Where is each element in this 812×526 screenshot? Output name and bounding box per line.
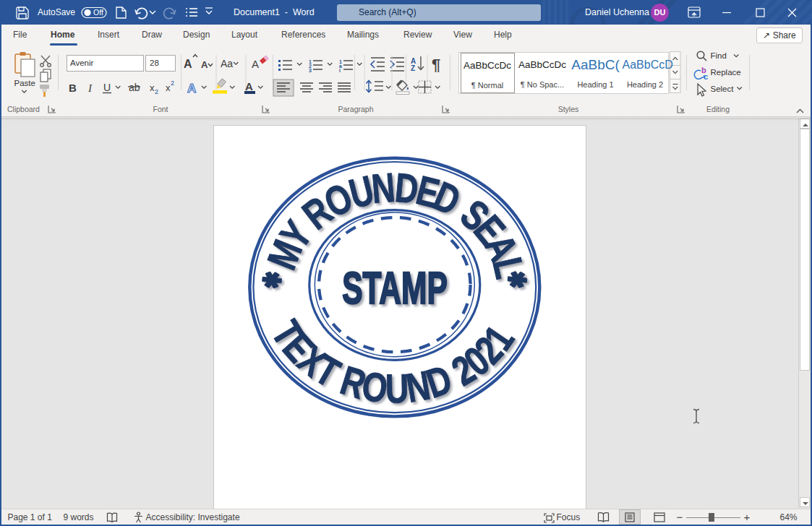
svg-text:U: U xyxy=(103,82,111,93)
svg-text:A: A xyxy=(245,80,253,92)
svg-text:Aa: Aa xyxy=(221,58,233,69)
svg-text:¶: ¶ xyxy=(432,56,440,74)
svg-text:i: i xyxy=(339,68,341,73)
svg-text:ab: ab xyxy=(129,82,140,93)
svg-text:2: 2 xyxy=(155,88,158,95)
svg-text:x: x xyxy=(166,82,171,93)
svg-text:Z: Z xyxy=(411,64,415,72)
svg-text:I: I xyxy=(87,82,93,94)
svg-text:B: B xyxy=(69,82,77,94)
svg-text:A: A xyxy=(184,58,192,70)
svg-text:2: 2 xyxy=(171,79,174,87)
svg-text:N: N xyxy=(369,165,396,212)
svg-text:3: 3 xyxy=(309,68,312,73)
svg-text:A: A xyxy=(201,59,208,70)
svg-text:STAMP: STAMP xyxy=(342,262,448,312)
svg-text:x: x xyxy=(150,82,155,93)
svg-text:A: A xyxy=(252,58,259,70)
svg-text:A: A xyxy=(187,82,196,95)
